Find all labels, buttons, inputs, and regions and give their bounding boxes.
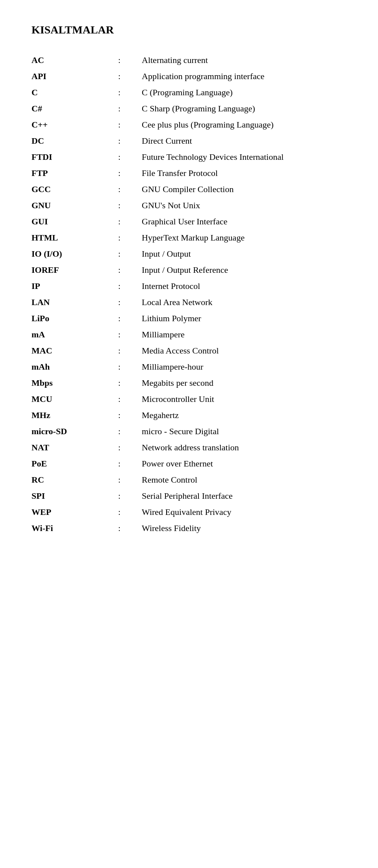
abbreviation-term: LiPo	[32, 310, 118, 326]
abbreviation-definition: Direct Current	[142, 133, 346, 149]
table-row: Mbps:Megabits per second	[32, 375, 346, 391]
abbreviation-definition: Media Access Control	[142, 342, 346, 359]
table-row: LAN:Local Area Network	[32, 294, 346, 310]
abbreviation-term: DC	[32, 133, 118, 149]
abbreviation-definition: Power over Ethernet	[142, 455, 346, 472]
abbreviation-term: LAN	[32, 294, 118, 310]
table-row: Wi-Fi:Wireless Fidelity	[32, 520, 346, 536]
table-row: GNU:GNU's Not Unix	[32, 197, 346, 213]
table-row: IOREF:Input / Output Reference	[32, 262, 346, 278]
table-row: GUI:Graphical User Interface	[32, 213, 346, 229]
abbreviation-separator: :	[118, 407, 142, 423]
abbreviation-separator: :	[118, 181, 142, 197]
abbreviation-definition: C (Programing Language)	[142, 84, 346, 100]
abbreviation-term: GCC	[32, 181, 118, 197]
abbreviation-definition: Cee plus plus (Programing Language)	[142, 117, 346, 133]
abbreviation-definition: Remote Control	[142, 472, 346, 488]
table-row: DC:Direct Current	[32, 133, 346, 149]
abbreviation-definition: Milliampere	[142, 326, 346, 342]
table-row: C#:C Sharp (Programing Language)	[32, 100, 346, 117]
abbreviation-term: PoE	[32, 455, 118, 472]
abbreviation-separator: :	[118, 488, 142, 504]
abbreviation-term: NAT	[32, 439, 118, 455]
abbreviation-separator: :	[118, 342, 142, 359]
table-row: MCU:Microcontroller Unit	[32, 391, 346, 407]
abbreviation-definition: Wired Equivalent Privacy	[142, 504, 346, 520]
table-row: MAC:Media Access Control	[32, 342, 346, 359]
abbreviation-definition: Milliampere-hour	[142, 359, 346, 375]
abbreviation-definition: Wireless Fidelity	[142, 520, 346, 536]
abbreviation-separator: :	[118, 229, 142, 246]
table-row: AC:Alternating current	[32, 52, 346, 68]
abbreviation-separator: :	[118, 149, 142, 165]
table-row: IO (I/O):Input / Output	[32, 246, 346, 262]
abbreviation-separator: :	[118, 197, 142, 213]
abbreviation-separator: :	[118, 52, 142, 68]
abbreviation-separator: :	[118, 375, 142, 391]
abbreviation-term: API	[32, 68, 118, 84]
abbreviation-definition: GNU's Not Unix	[142, 197, 346, 213]
abbreviation-term: RC	[32, 472, 118, 488]
table-row: WEP:Wired Equivalent Privacy	[32, 504, 346, 520]
abbreviation-definition: Internet Protocol	[142, 278, 346, 294]
abbreviation-term: C#	[32, 100, 118, 117]
table-row: FTDI:Future Technology Devices Internati…	[32, 149, 346, 165]
abbreviation-term: HTML	[32, 229, 118, 246]
page-wrapper: KISALTMALAR AC:Alternating currentAPI:Ap…	[32, 24, 346, 868]
table-row: C++:Cee plus plus (Programing Language)	[32, 117, 346, 133]
abbreviation-separator: :	[118, 359, 142, 375]
abbreviation-definition: Serial Peripheral Interface	[142, 488, 346, 504]
abbreviation-separator: :	[118, 133, 142, 149]
abbreviation-separator: :	[118, 117, 142, 133]
abbreviation-term: GUI	[32, 213, 118, 229]
abbreviation-separator: :	[118, 165, 142, 181]
abbreviation-separator: :	[118, 84, 142, 100]
abbreviation-term: WEP	[32, 504, 118, 520]
abbreviation-separator: :	[118, 246, 142, 262]
table-row: LiPo:Lithium Polymer	[32, 310, 346, 326]
table-row: mAh:Milliampere-hour	[32, 359, 346, 375]
abbreviation-separator: :	[118, 520, 142, 536]
abbreviation-separator: :	[118, 310, 142, 326]
page-title: KISALTMALAR	[32, 24, 346, 36]
abbreviation-definition: C Sharp (Programing Language)	[142, 100, 346, 117]
abbreviation-term: micro-SD	[32, 423, 118, 439]
abbreviation-definition: Graphical User Interface	[142, 213, 346, 229]
abbreviation-definition: Microcontroller Unit	[142, 391, 346, 407]
abbreviation-term: IP	[32, 278, 118, 294]
abbreviation-term: mAh	[32, 359, 118, 375]
abbreviation-separator: :	[118, 213, 142, 229]
abbreviation-separator: :	[118, 504, 142, 520]
abbreviations-table: AC:Alternating currentAPI:Application pr…	[32, 52, 346, 536]
table-row: MHz:Megahertz	[32, 407, 346, 423]
abbreviation-term: mA	[32, 326, 118, 342]
abbreviation-separator: :	[118, 262, 142, 278]
table-row: IP:Internet Protocol	[32, 278, 346, 294]
abbreviation-term: Mbps	[32, 375, 118, 391]
abbreviation-definition: Alternating current	[142, 52, 346, 68]
abbreviation-definition: GNU Compiler Collection	[142, 181, 346, 197]
abbreviation-definition: Application programming interface	[142, 68, 346, 84]
table-row: API:Application programming interface	[32, 68, 346, 84]
abbreviation-separator: :	[118, 455, 142, 472]
abbreviation-definition: Megabits per second	[142, 375, 346, 391]
table-row: PoE:Power over Ethernet	[32, 455, 346, 472]
table-row: micro-SD:micro - Secure Digital	[32, 423, 346, 439]
abbreviation-term: SPI	[32, 488, 118, 504]
abbreviation-term: MCU	[32, 391, 118, 407]
abbreviation-definition: micro - Secure Digital	[142, 423, 346, 439]
abbreviation-term: C++	[32, 117, 118, 133]
abbreviation-term: IO (I/O)	[32, 246, 118, 262]
abbreviation-term: MHz	[32, 407, 118, 423]
abbreviation-definition: Megahertz	[142, 407, 346, 423]
abbreviation-separator: :	[118, 439, 142, 455]
abbreviation-term: IOREF	[32, 262, 118, 278]
table-row: HTML:HyperText Markup Language	[32, 229, 346, 246]
abbreviation-term: GNU	[32, 197, 118, 213]
abbreviation-separator: :	[118, 472, 142, 488]
abbreviation-separator: :	[118, 100, 142, 117]
abbreviation-definition: Input / Output Reference	[142, 262, 346, 278]
abbreviation-definition: Input / Output	[142, 246, 346, 262]
abbreviation-separator: :	[118, 423, 142, 439]
abbreviation-separator: :	[118, 326, 142, 342]
